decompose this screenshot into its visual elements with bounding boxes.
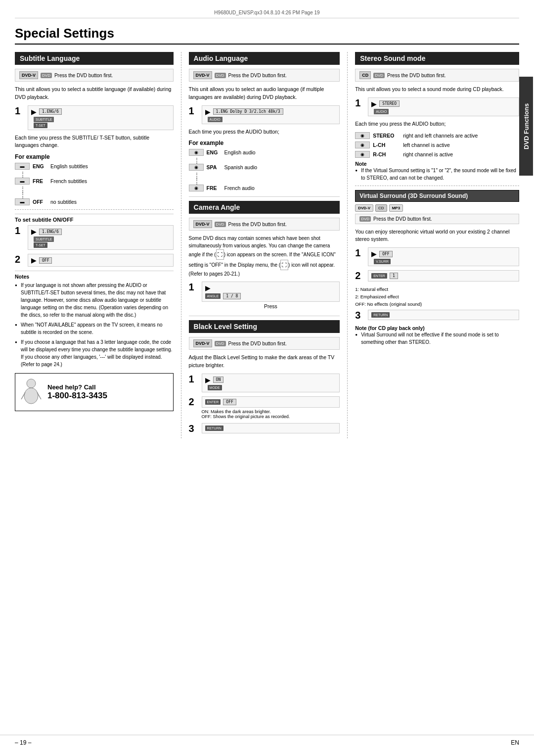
virtual-step1: 1 ▶ OFF V.SURR (355, 247, 519, 266)
black-dvd-icon: DVD (215, 341, 226, 346)
stereo-icon-lch: ◉ (355, 142, 370, 148)
stereo-diagram-inner: ▶ STEREO AUDIO (368, 97, 519, 116)
to-set-subtitle-title: To set subtitle ON/OFF (15, 214, 174, 223)
subtitle-onoff-step2-num: 2 (15, 254, 24, 265)
onoff-step2-play: ▶ (31, 256, 37, 264)
subtitle-btn-row: SUBTITLE (34, 117, 170, 122)
audio-fre-label: FRE (207, 185, 222, 191)
enter-button-virtual[interactable]: ENTER (371, 273, 387, 279)
onoff-subtitle-button[interactable]: SUBTITLE (34, 236, 54, 242)
virtual-step2-screen: 1 (390, 273, 398, 279)
virtual-note-cd-title: Note (for CD play back only) (355, 325, 519, 331)
camera-dvd-notice: DVD-V DVD Press the DVD button first. (189, 218, 340, 231)
camera-screen: 1 / 8 (223, 293, 241, 299)
subtitle-onoff-diagram: ▶ 1.ENG/6 SUBTITLE T-SET (28, 225, 174, 250)
black-body-text: Adjust the Black Level Setting to make t… (189, 354, 340, 370)
stereo-icon-rch: ◉ (355, 151, 370, 158)
audio-button[interactable]: AUDIO (208, 117, 222, 122)
black-step3: 3 RETURN (189, 423, 340, 434)
audio-step1-num: 1 (189, 105, 198, 117)
page-wrapper: H9680UD_EN/SP.qx3 04.8.10 4:26 PM Page 1… (0, 0, 534, 756)
audio-spa-label: SPA (207, 164, 222, 170)
virtual-play-row: ▶ OFF (371, 250, 516, 258)
camera-angle-row: ANGLE 1 / 8 (205, 293, 337, 299)
subtitle-body-text: This unit allows you to select a subtitl… (15, 86, 174, 101)
camera-step1-num: 1 (189, 282, 198, 293)
subtitle-dotted-1 (22, 172, 174, 178)
vsurr-button[interactable]: V.SURR (374, 259, 391, 264)
virtual-step1-screen: OFF (379, 251, 392, 257)
camera-press-label: Press (202, 303, 340, 309)
mode-button[interactable]: MODE (208, 385, 222, 390)
page-number: – 19 – (15, 739, 31, 746)
camera-diagram-inner: ▶ ANGLE 1 / 8 (202, 282, 340, 302)
audio-dvd-icon: DVD (215, 73, 226, 78)
virtual-return-row: RETURN (371, 312, 516, 318)
tset-btn-row: T-SET (34, 123, 170, 128)
enter-button-black[interactable]: ENTER (205, 399, 221, 405)
subtitle-button[interactable]: SUBTITLE (34, 117, 54, 122)
black-step3-diagram: RETURN (202, 423, 340, 433)
virtual-step2-num: 2 (355, 270, 364, 282)
help-phone-number: 1-800-813-3435 (47, 391, 107, 401)
stereo-step1: 1 ▶ STEREO AUDIO (355, 97, 519, 116)
camera-angle-icon-2: ⛶ (280, 260, 288, 270)
stereo-label-stereo: STEREO (373, 133, 400, 139)
help-text-block: Need help? Call 1-800-813-3435 (47, 383, 107, 401)
subtitle-dvd-notice-text: Press the DVD button first. (54, 73, 113, 78)
audio-fre-desc: French audio (224, 185, 255, 191)
subtitle-step1: 1 ▶ 1.ENG/6 SUBTITLE T-SET (15, 105, 174, 130)
black-play-row: ▶ ON (205, 376, 337, 384)
tset-button[interactable]: T-SET (34, 123, 47, 128)
virtual-effect-2: 2: Emphasized effect (355, 293, 519, 300)
subtitle-eng-label: ENG (33, 163, 47, 169)
audio-dvd-notice: DVD-V DVD Press the DVD button first. (189, 69, 340, 82)
audio-play-row: ▶ 1.ENG Dolby D 3/2.1ch 48k/3 (205, 108, 337, 116)
audio-dotted-1 (196, 158, 340, 164)
black-diagram-inner: ▶ ON MODE (202, 374, 340, 392)
subtitle-example-off: ▬ OFF no subtitles (15, 198, 174, 205)
stereo-dvd-icon: DVD (373, 73, 385, 78)
audio-example-fre: ◉ FRE French audio (189, 185, 340, 191)
subtitle-dotted-2 (22, 187, 174, 192)
black-step2-diagram: ENTER OFF ON: Makes the dark areas brigh… (202, 396, 340, 419)
return-button-virtual[interactable]: RETURN (371, 312, 390, 318)
subtitle-language-header: Subtitle Language (15, 52, 174, 65)
stereo-desc-rch: right channel is active (403, 151, 453, 157)
return-button-black[interactable]: RETURN (205, 425, 223, 431)
black-step2-diagram-inner: ENTER OFF (202, 396, 340, 408)
black-level-title: Black Level Setting (194, 323, 257, 331)
black-mode-btn-row: MODE (208, 385, 337, 390)
audio-dotted-3 (196, 179, 340, 185)
page-header: H9680UD_EN/SP.qx3 04.8.10 4:26 PM Page 1… (15, 10, 519, 18)
subtitle-eng-desc: English subtitles (50, 163, 88, 169)
virtual-mp3-icon: MP3 (389, 204, 403, 212)
subtitle-onoff-step1-num: 1 (15, 225, 24, 236)
camera-angle-header: Camera Angle (189, 201, 340, 214)
stereo-note-box: Note If the Virtual Surround setting is … (355, 161, 519, 182)
audio-step-caption: Each time you press the AUDIO button; (189, 128, 340, 136)
onoff-tset-button[interactable]: T-SET (34, 242, 47, 248)
audio-dotted-2 (196, 173, 340, 179)
subtitle-onoff-step2-diagram-inner: ▶ OFF (28, 254, 174, 267)
column-left: Subtitle Language DVD-V DVD Press the DV… (15, 52, 181, 438)
stereo-audio-button[interactable]: AUDIO (374, 109, 389, 114)
virtual-step3-diagram: RETURN (368, 310, 519, 320)
virtual-step1-inner: ▶ OFF V.SURR (368, 247, 519, 266)
angle-button[interactable]: ANGLE (205, 293, 221, 299)
subtitle-for-example-title: For example (15, 153, 174, 160)
camera-play-row: ▶ (205, 284, 337, 292)
subtitle-notes-title: Notes (15, 274, 174, 280)
audio-language-header: Audio Language (189, 52, 340, 65)
virtual-step3-inner: RETURN (368, 310, 519, 320)
subtitle-off-label: OFF (33, 199, 47, 205)
audio-language-title: Audio Language (194, 54, 248, 62)
virtual-note-cd-box: Note (for CD play back only) Virtual Sur… (355, 325, 519, 346)
subtitle-example-fre: ▬ FRE French subtitles (15, 178, 174, 185)
black-step1-screen: ON (213, 377, 224, 383)
black-level-section: Black Level Setting DVD-V DVD Press the … (189, 316, 340, 434)
subtitle-onoff-step2-diagram: ▶ OFF (28, 254, 174, 267)
subtitle-note-1: If your language is not shown after pres… (15, 282, 174, 319)
camera-angle-icon: ⛶ (216, 249, 224, 260)
stereo-desc-lch: left channel is active (403, 142, 450, 148)
